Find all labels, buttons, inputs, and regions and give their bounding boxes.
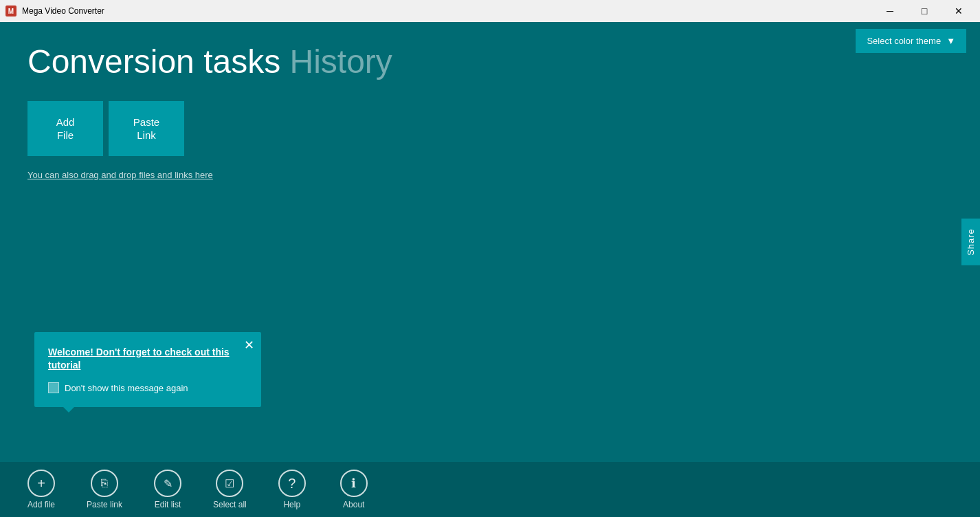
tooltip-close-button[interactable]: ✕	[244, 339, 254, 351]
toolbar-item-select-all[interactable]: ☑ Select all	[202, 464, 258, 515]
maximize-button[interactable]: □	[909, 0, 940, 22]
share-panel[interactable]: Share	[961, 219, 980, 265]
add-file-button[interactable]: AddFile	[27, 101, 103, 156]
select-all-icon: ☑	[216, 470, 243, 497]
app-title: Mega Video Converter	[22, 6, 104, 16]
edit-list-icon: ✎	[154, 470, 181, 497]
app-icon: M	[5, 6, 16, 16]
color-theme-label: Select color theme	[867, 36, 941, 46]
toolbar-select-all-label: Select all	[213, 500, 247, 509]
main-content: Select color theme ▼ Share Conversion ta…	[0, 22, 980, 462]
share-label: Share	[966, 228, 976, 256]
action-buttons: AddFile PasteLink	[27, 101, 953, 156]
history-label: History	[290, 43, 392, 80]
page-title: Conversion tasks History	[27, 43, 953, 80]
toolbar-item-about[interactable]: ℹ About	[326, 464, 381, 515]
dont-show-label: Don't show this message again	[65, 383, 188, 393]
titlebar: M Mega Video Converter ─ □ ✕	[0, 0, 980, 22]
toolbar-item-paste-link[interactable]: ⎘ Paste link	[76, 464, 133, 515]
toolbar-help-label: Help	[283, 500, 300, 509]
toolbar-item-help[interactable]: ? Help	[265, 464, 320, 515]
dont-show-checkbox[interactable]	[48, 382, 59, 393]
minimize-button[interactable]: ─	[874, 0, 906, 22]
add-file-icon: +	[27, 470, 55, 497]
bottom-toolbar: + Add file ⎘ Paste link ✎ Edit list ☑ Se…	[0, 462, 980, 517]
tooltip-message[interactable]: Welcome! Don't forget to check out this …	[48, 346, 245, 373]
titlebar-left: M Mega Video Converter	[5, 6, 104, 16]
about-icon: ℹ	[340, 470, 368, 497]
close-button[interactable]: ✕	[943, 0, 975, 22]
chevron-down-icon: ▼	[946, 36, 955, 46]
toolbar-add-file-label: Add file	[27, 500, 55, 509]
help-icon: ?	[278, 470, 306, 497]
drag-drop-hint[interactable]: You can also drag and drop files and lin…	[27, 170, 953, 180]
toolbar-about-label: About	[343, 500, 364, 509]
titlebar-controls: ─ □ ✕	[874, 0, 975, 22]
dont-show-row: Don't show this message again	[48, 382, 245, 393]
paste-link-button[interactable]: PasteLink	[109, 101, 184, 156]
color-theme-button[interactable]: Select color theme ▼	[856, 29, 966, 53]
conversion-tasks-label: Conversion tasks	[27, 43, 280, 80]
tooltip-popup: ✕ Welcome! Don't forget to check out thi…	[34, 332, 261, 407]
paste-link-icon: ⎘	[91, 470, 118, 497]
toolbar-paste-link-label: Paste link	[87, 500, 122, 509]
toolbar-edit-list-label: Edit list	[155, 500, 181, 509]
toolbar-item-add-file[interactable]: + Add file	[14, 464, 69, 515]
toolbar-item-edit-list[interactable]: ✎ Edit list	[140, 464, 195, 515]
